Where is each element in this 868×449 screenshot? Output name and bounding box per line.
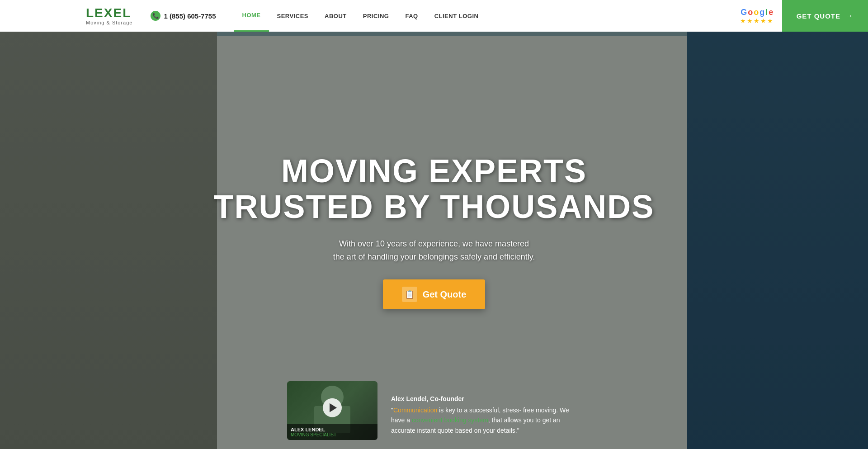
logo-name: LEXEL — [86, 6, 132, 20]
play-icon — [330, 403, 337, 412]
hero-bottom-strip: ALEX LENDEL Moving Specialist Alex Lende… — [0, 381, 868, 449]
nav-links: HOME SERVICES ABOUT PRICING FAQ CLIENT L… — [234, 0, 732, 32]
testimonial-block: Alex Lendel, Co-founder "Communication i… — [391, 395, 581, 440]
video-person-name: ALEX LENDEL — [291, 427, 374, 432]
nav-services[interactable]: SERVICES — [269, 0, 317, 32]
phone-number: 1 (855) 605-7755 — [164, 12, 216, 20]
hero-cta-label: Get Quote — [423, 289, 467, 300]
hero-description: With over 10 years of experience, we hav… — [333, 237, 535, 264]
quote-green-phrase: convenient booking system — [412, 416, 488, 424]
hero-get-quote-button[interactable]: 📋 Get Quote — [383, 279, 486, 309]
get-quote-button[interactable]: GET QUOTE → — [782, 0, 868, 32]
clipboard-icon: 📋 — [402, 287, 417, 302]
google-rating: Google ★★★★★ — [732, 8, 782, 24]
play-button[interactable] — [323, 398, 342, 417]
phone-link[interactable]: 📞 1 (855) 605-7755 — [151, 11, 216, 21]
hero-desc-line1: With over 10 years of experience, we hav… — [339, 239, 529, 248]
nav-faq[interactable]: FAQ — [397, 0, 426, 32]
nav-client-login[interactable]: CLIENT LOGIN — [426, 0, 487, 32]
nav-pricing[interactable]: PRICING — [355, 0, 397, 32]
navigation: LEXEL Moving & Storage 📞 1 (855) 605-775… — [0, 0, 868, 32]
nav-home[interactable]: HOME — [234, 0, 269, 32]
hero-desc-line2: the art of handling your belongings safe… — [333, 252, 535, 261]
video-person-title: Moving Specialist — [291, 432, 374, 437]
arrow-icon: → — [845, 11, 854, 21]
video-overlay: ALEX LENDEL Moving Specialist — [287, 424, 377, 440]
hero-title-line2: TRUSTED BY THOUSANDS — [214, 189, 655, 225]
google-stars: ★★★★★ — [740, 17, 774, 24]
quote-orange-word: Communication — [393, 406, 437, 414]
google-logo: Google — [741, 8, 773, 17]
hero-section: LEXEL Moving & Storage 📞 1 (855) 605-775… — [0, 0, 868, 449]
hero-title-line1: MOVING EXPERTS — [281, 153, 587, 189]
video-thumbnail[interactable]: ALEX LENDEL Moving Specialist — [287, 381, 377, 440]
testimonial-author: Alex Lendel, Co-founder — [391, 395, 581, 402]
phone-icon: 📞 — [151, 11, 160, 21]
get-quote-label: GET QUOTE — [797, 12, 840, 20]
nav-about[interactable]: ABOUT — [316, 0, 355, 32]
testimonial-quote: "Communication is key to a successful, s… — [391, 405, 581, 435]
logo-subtitle: Moving & Storage — [86, 20, 132, 25]
brand-logo[interactable]: LEXEL Moving & Storage — [86, 6, 132, 26]
